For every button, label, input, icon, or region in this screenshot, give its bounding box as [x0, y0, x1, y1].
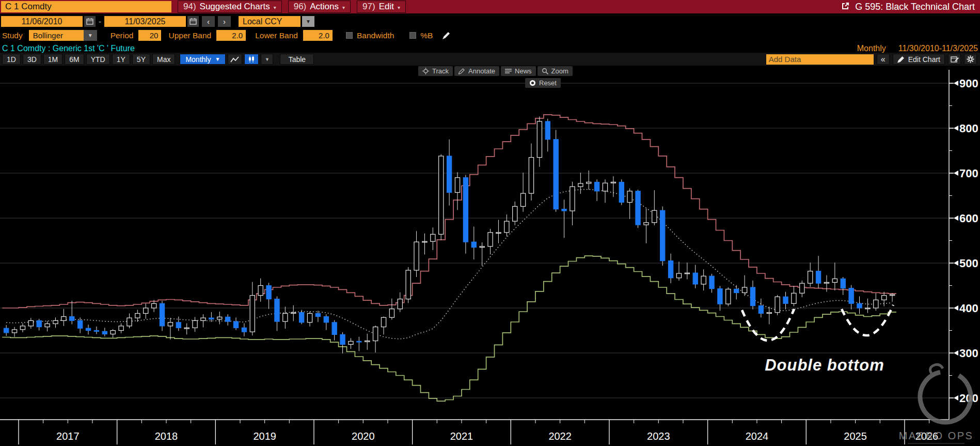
- y-axis-label: 500: [959, 257, 978, 270]
- add-data-input[interactable]: Add Data: [766, 54, 874, 65]
- reset-icon: [529, 80, 536, 86]
- watermark-text: MACRO OPS: [899, 430, 974, 441]
- menu-label: Edit: [379, 2, 394, 12]
- lower-band-input[interactable]: 2.0: [303, 30, 333, 41]
- study-dropdown-button[interactable]: ▼: [84, 30, 97, 41]
- chevron-down-icon: ▼: [215, 56, 220, 62]
- menu-label: Suggested Charts: [200, 2, 270, 12]
- tab-3d[interactable]: 3D: [23, 54, 41, 65]
- tab-1d[interactable]: 1D: [2, 54, 21, 65]
- security-input[interactable]: C 1 Comdty: [1, 1, 171, 12]
- zoom-button[interactable]: Zoom: [538, 66, 573, 76]
- reset-zoom-button[interactable]: Reset: [525, 78, 561, 88]
- upper-band-label: Upper Band: [168, 31, 211, 40]
- x-axis-year-label: 2025: [844, 430, 867, 442]
- x-axis-year-label: 2020: [352, 430, 375, 442]
- menu-key: 96): [294, 2, 307, 12]
- watermark: MACRO OPS: [899, 362, 980, 443]
- candle-chart-type-button[interactable]: [244, 54, 259, 65]
- chart-edit-icon: [951, 56, 959, 63]
- table-button[interactable]: Table: [280, 54, 314, 65]
- chevron-down-icon: ▾: [274, 5, 276, 10]
- annotate-button[interactable]: Annotate: [454, 66, 499, 76]
- collapse-panel-button[interactable]: «: [877, 54, 890, 65]
- tab-1m[interactable]: 1M: [43, 54, 62, 65]
- calendar-button[interactable]: [187, 16, 199, 27]
- edit-chart-button[interactable]: Edit Chart: [893, 54, 945, 65]
- annotate-pencil-icon[interactable]: [442, 32, 451, 40]
- chart-settings-button[interactable]: [948, 54, 961, 65]
- frequency-dropdown[interactable]: Monthly ▼: [180, 54, 226, 65]
- prev-period-button[interactable]: ‹: [202, 16, 215, 27]
- chart-function-title: G 595: Black Technical Chart: [855, 2, 975, 12]
- x-axis-year-label: 2019: [253, 430, 276, 442]
- tab-5y[interactable]: 5Y: [132, 54, 150, 65]
- frequency-indicator: Monthly: [857, 44, 886, 53]
- currency-dropdown-button[interactable]: ▼: [302, 16, 314, 27]
- tab-6m[interactable]: 6M: [65, 54, 84, 65]
- y-axis-label: 400: [959, 302, 978, 315]
- menu-actions[interactable]: 96) Actions ▾: [288, 1, 351, 13]
- track-button[interactable]: Track: [418, 66, 453, 76]
- y-axis-label: 700: [959, 167, 978, 180]
- period-tabs: 1D3D1M6MYTD1Y5YMax: [2, 54, 177, 65]
- bandwidth-label: Bandwidth: [357, 31, 394, 40]
- tab-max[interactable]: Max: [152, 54, 175, 65]
- y-axis: 200300400500600700800900: [949, 77, 978, 405]
- news-label: News: [515, 67, 532, 75]
- candlesticks: [4, 116, 895, 353]
- upper-band-input[interactable]: 2.0: [216, 30, 246, 41]
- menu-key: 94): [183, 2, 196, 12]
- gear-button[interactable]: [964, 54, 977, 65]
- chevron-down-icon: ▾: [398, 5, 400, 10]
- security-description: C 1 Comdty : Generic 1st 'C ' Future: [2, 44, 135, 53]
- end-date-input[interactable]: 11/03/2025: [104, 16, 186, 27]
- x-axis: 2017201820192020202120222023202420252026: [19, 420, 938, 444]
- line-chart-icon: [230, 56, 240, 63]
- menu-edit[interactable]: 97) Edit ▾: [357, 1, 406, 13]
- period-input[interactable]: 20: [138, 30, 161, 41]
- calendar-button[interactable]: [84, 16, 96, 27]
- percent-b-checkbox[interactable]: [409, 32, 416, 39]
- candlestick-icon: [247, 55, 256, 63]
- tab-ytd[interactable]: YTD: [86, 54, 110, 65]
- calendar-icon: [86, 18, 93, 25]
- chart-type-dropdown-button[interactable]: ▼: [261, 54, 273, 65]
- study-label: Study: [2, 31, 23, 40]
- frequency-dropdown-label: Monthly: [185, 55, 211, 64]
- bloomberg-chart-window: C 1 Comdty 94) Suggested Charts ▾ 96) Ac…: [0, 0, 980, 446]
- study-select[interactable]: Bollinger: [29, 30, 84, 41]
- start-date-input[interactable]: 11/06/2010: [1, 16, 83, 27]
- news-lines-icon: [505, 68, 512, 74]
- reset-label: Reset: [539, 79, 557, 87]
- magnifier-icon: [542, 68, 548, 74]
- edit-chart-label: Edit Chart: [908, 55, 940, 64]
- y-axis-label: 300: [959, 347, 978, 360]
- date-range-row: 11/06/2010 - 11/03/2025 ‹ › Local CCY ▼: [1, 16, 314, 27]
- lower-band-label: Lower Band: [255, 31, 298, 40]
- double-bottom-annotation: Double bottom: [742, 305, 893, 374]
- top-menu-bar: C 1 Comdty 94) Suggested Charts ▾ 96) Ac…: [0, 0, 980, 13]
- lower-band-line: [2, 256, 896, 401]
- news-button[interactable]: News: [501, 66, 536, 76]
- annotation-text: Double bottom: [765, 356, 884, 374]
- menu-suggested-charts[interactable]: 94) Suggested Charts ▾: [178, 1, 282, 13]
- x-axis-year-label: 2021: [450, 430, 473, 442]
- chart-tab-bar: 1D3D1M6MYTD1Y5YMax Monthly ▼ ▼ Table Add…: [0, 53, 980, 66]
- next-period-button[interactable]: ›: [218, 16, 231, 27]
- bandwidth-checkbox[interactable]: [346, 32, 353, 39]
- track-crosshair-icon: [422, 68, 429, 74]
- annotate-pencil-icon: [459, 68, 465, 74]
- x-axis-year-label: 2024: [746, 430, 769, 442]
- pencil-icon: [897, 56, 905, 63]
- external-link-icon[interactable]: [841, 2, 850, 12]
- currency-select[interactable]: Local CCY: [239, 16, 301, 27]
- date-separator: -: [99, 17, 101, 26]
- gear-icon: [967, 55, 974, 63]
- menu-label: Actions: [310, 2, 339, 12]
- tab-1y[interactable]: 1Y: [112, 54, 130, 65]
- price-chart[interactable]: 2003004005006007008009002017201820192020…: [0, 66, 980, 446]
- line-chart-type-button[interactable]: [228, 54, 242, 65]
- y-axis-label: 900: [959, 77, 978, 90]
- x-axis-year-label: 2022: [548, 430, 572, 442]
